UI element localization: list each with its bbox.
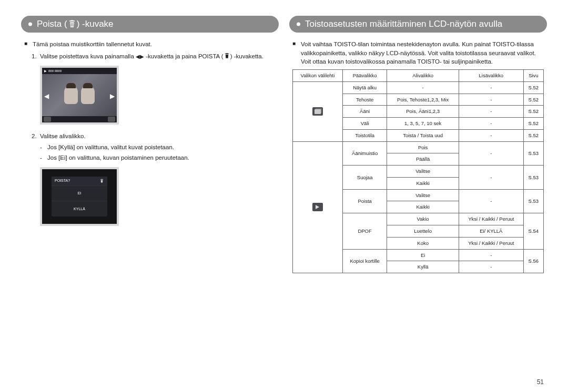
menu-icon bbox=[44, 117, 51, 122]
table-row: Näytä alku - - S.52 bbox=[293, 81, 544, 94]
menu-table: Valikon välilehti Päävalikko Alivalikko … bbox=[292, 69, 544, 273]
camera-1-topbar: ▶ 000 0000 bbox=[42, 68, 117, 74]
dialog-option-yes: KYLLÄ bbox=[52, 201, 107, 216]
step1-part-c: ) -kuvaketta. bbox=[230, 53, 263, 59]
right-body: Voit vaihtaa TOISTO-tilan toimintaa nest… bbox=[289, 40, 547, 273]
tab-cell-play bbox=[293, 141, 343, 273]
slideshow-tab-icon bbox=[312, 107, 323, 116]
trash-small-icon bbox=[108, 117, 115, 122]
page-number: 51 bbox=[537, 378, 544, 386]
step1-part-a: Valitse poistettava kuva painamalla bbox=[40, 53, 136, 59]
cell-page: S.52 bbox=[523, 81, 543, 94]
camera-1-bottombar bbox=[42, 116, 117, 122]
dash-1: Jos [Kyllä] on valittuna, valitut kuvat … bbox=[24, 143, 276, 152]
step1-part-b: -kuvaketta ja paina POISTA ( bbox=[144, 53, 224, 59]
step-1: 1. Valitse poistettava kuva painamalla ◀… bbox=[24, 52, 276, 61]
th-sub: Alivalikko bbox=[387, 70, 459, 82]
camera-preview-1: ▶ 000 0000 ◀ ▶ bbox=[40, 66, 119, 125]
dialog-title: POISTA? bbox=[52, 177, 107, 185]
trash-icon bbox=[224, 53, 230, 59]
cell-sub: - bbox=[387, 81, 459, 94]
th-main: Päävalikko bbox=[342, 70, 387, 82]
dialog-title-text: POISTA? bbox=[55, 178, 70, 183]
right-header-text: Toistoasetusten määrittäminen LCD-näytön… bbox=[305, 19, 502, 29]
dash-2: Jos [Ei] on valittuna, kuvan poistaminen… bbox=[24, 153, 276, 162]
trash-icon bbox=[99, 179, 104, 183]
th-extra: Lisävalikko bbox=[459, 70, 523, 82]
intro-block: Tämä poistaa muistikorttiin tallennetut … bbox=[24, 40, 276, 49]
header-bullet-icon bbox=[28, 23, 32, 26]
left-body: Tämä poistaa muistikorttiin tallennetut … bbox=[21, 40, 279, 226]
right-column: Toistoasetusten määrittäminen LCD-näytön… bbox=[289, 16, 547, 273]
cell-extra: - bbox=[459, 81, 523, 94]
right-arrow-icon: ▶ bbox=[110, 92, 115, 101]
left-column: Poista ( ) -kuvake Tämä poistaa muistiko… bbox=[21, 16, 279, 273]
left-header: Poista ( ) -kuvake bbox=[21, 16, 279, 33]
step-2-text: Valitse alivalikko. bbox=[40, 133, 86, 139]
left-right-icon: ◀▶ bbox=[136, 54, 144, 59]
camera-1-image: ◀ ▶ bbox=[42, 74, 117, 116]
th-tab: Valikon välilehti bbox=[293, 70, 343, 82]
left-header-suffix: ) -kuvake bbox=[77, 19, 114, 29]
step-2-number: 2. bbox=[32, 132, 37, 141]
right-header: Toistoasetusten määrittäminen LCD-näytön… bbox=[289, 16, 547, 33]
right-intro: Voit vaihtaa TOISTO-tilan toimintaa nest… bbox=[292, 40, 544, 66]
cell-main: Näytä alku bbox=[342, 81, 387, 94]
step-2: 2. Valitse alivalikko. bbox=[24, 132, 276, 141]
left-header-prefix: Poista ( bbox=[37, 19, 67, 29]
trash-icon bbox=[67, 19, 77, 29]
tab-cell-slide bbox=[293, 81, 343, 141]
table-header-row: Valikon välilehti Päävalikko Alivalikko … bbox=[293, 70, 544, 82]
header-bullet-icon bbox=[297, 23, 300, 26]
step-1-number: 1. bbox=[32, 52, 37, 61]
play-indicator-icon: ▶ bbox=[44, 69, 47, 74]
th-page: Sivu bbox=[523, 70, 543, 82]
table-row: Äänimuistio Pois - S.53 bbox=[293, 141, 544, 153]
left-arrow-icon: ◀ bbox=[44, 92, 49, 101]
dialog-option-no: EI bbox=[52, 185, 107, 201]
play-tab-icon bbox=[312, 203, 323, 211]
camera-preview-2: POISTA? EI KYLLÄ bbox=[40, 167, 119, 226]
camera-1-counter: 000 0000 bbox=[48, 69, 62, 74]
